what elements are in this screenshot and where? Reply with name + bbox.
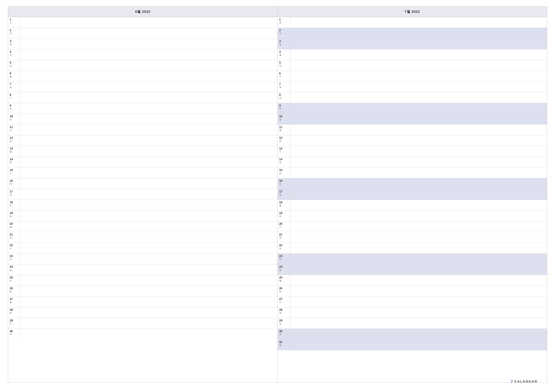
day-number-col: 2토 xyxy=(278,28,290,38)
day-number-col: 26화 xyxy=(278,286,290,296)
day-label: 토 xyxy=(10,54,12,56)
day-label: 일 xyxy=(279,344,281,347)
day-num: 16 xyxy=(279,179,282,183)
day-number-col: 17일 xyxy=(278,189,290,200)
day-num: 3 xyxy=(10,40,11,43)
day-row: 2토 xyxy=(278,28,547,39)
day-row: 16토 xyxy=(278,178,547,189)
day-label: 화 xyxy=(10,236,12,239)
day-row: 21목 xyxy=(278,232,547,243)
day-num: 19 xyxy=(10,212,13,215)
day-num: 1 xyxy=(10,18,11,21)
day-number-col: 22금 xyxy=(278,243,290,253)
day-content xyxy=(290,307,547,318)
day-number-col: 16토 xyxy=(278,178,290,189)
day-num: 18 xyxy=(279,201,282,204)
day-label: 월 xyxy=(10,301,12,304)
day-number-col: 29금 xyxy=(278,318,290,329)
day-row: 28목 xyxy=(278,307,547,318)
day-content xyxy=(290,221,547,232)
day-num: 29 xyxy=(10,319,13,322)
day-label: 월 xyxy=(10,150,12,153)
day-label: 화 xyxy=(10,312,12,314)
day-num: 28 xyxy=(10,308,13,312)
day-row: 14화 xyxy=(8,157,278,168)
day-label: 목 xyxy=(10,258,12,261)
day-row: 27월 xyxy=(8,297,278,307)
day-number-col: 4월 xyxy=(278,49,290,60)
day-label: 금 xyxy=(279,322,281,325)
day-content xyxy=(290,329,547,339)
day-label: 수 xyxy=(10,172,12,174)
day-row: 11월 xyxy=(278,125,547,135)
day-row: 19화 xyxy=(278,211,547,221)
day-content xyxy=(290,28,547,38)
day-label: 화 xyxy=(10,86,12,88)
day-number-col: 15금 xyxy=(278,168,290,178)
day-number-col: 28목 xyxy=(278,307,290,318)
days-container-june-2022: 1수2목3금4토5일6월7화8수9목10금11토12일13월14화15수16목1… xyxy=(8,17,278,382)
day-content xyxy=(290,71,547,81)
day-content xyxy=(21,297,278,307)
day-num: 14 xyxy=(10,158,13,161)
day-label: 금 xyxy=(10,269,12,271)
day-row: 18월 xyxy=(278,200,547,211)
day-num: 2 xyxy=(10,29,11,32)
day-number-col: 19화 xyxy=(278,211,290,221)
day-num: 10 xyxy=(279,115,282,118)
day-row: 4월 xyxy=(278,49,547,60)
day-number-col: 4토 xyxy=(8,49,21,60)
day-row: 6수 xyxy=(278,71,547,82)
day-number-col: 23토 xyxy=(278,254,290,264)
day-row: 15금 xyxy=(278,168,547,178)
day-label: 수 xyxy=(10,322,12,325)
day-number-col: 28화 xyxy=(8,307,21,318)
day-number-col: 10일 xyxy=(278,114,290,124)
day-row: 24금 xyxy=(8,264,278,275)
day-number-col: 24금 xyxy=(8,264,21,275)
day-number-col: 21목 xyxy=(278,232,290,243)
day-row: 9목 xyxy=(8,103,278,114)
day-content xyxy=(290,49,547,60)
day-number-col: 12화 xyxy=(278,135,290,146)
day-row: 15수 xyxy=(8,168,278,178)
day-num: 14 xyxy=(279,158,282,161)
day-content xyxy=(21,264,278,275)
day-row: 2목 xyxy=(8,28,278,39)
day-content xyxy=(290,264,547,275)
day-num: 4 xyxy=(10,50,11,54)
day-row: 12화 xyxy=(278,135,547,146)
day-content xyxy=(21,275,278,286)
day-row: 27수 xyxy=(278,297,547,307)
day-number-col: 7목 xyxy=(278,82,290,92)
day-content xyxy=(290,286,547,296)
day-content xyxy=(21,82,278,92)
day-label: 목 xyxy=(10,183,12,185)
day-row: 26일 xyxy=(8,286,278,297)
day-row: 7목 xyxy=(278,82,547,92)
day-content xyxy=(290,92,547,103)
day-content xyxy=(21,211,278,221)
day-content xyxy=(290,178,547,189)
day-content xyxy=(290,82,547,92)
day-content xyxy=(21,254,278,264)
day-number-col: 13월 xyxy=(8,146,21,157)
day-content xyxy=(290,232,547,243)
day-row: 17일 xyxy=(278,189,547,200)
day-number-col: 19일 xyxy=(8,211,21,221)
day-row: 30토 xyxy=(278,329,547,340)
day-label: 화 xyxy=(10,161,12,164)
day-number-col: 21화 xyxy=(8,232,21,243)
day-label: 월 xyxy=(279,204,281,207)
day-row: 12일 xyxy=(8,135,278,146)
day-row: 16목 xyxy=(8,178,278,189)
day-content xyxy=(290,168,547,178)
day-content xyxy=(21,307,278,318)
day-num: 10 xyxy=(10,115,13,118)
day-content xyxy=(21,178,278,189)
day-content xyxy=(290,189,547,200)
day-row: 22수 xyxy=(8,243,278,254)
day-label: 일 xyxy=(10,64,12,67)
day-label: 금 xyxy=(279,97,281,99)
day-label: 목 xyxy=(10,107,12,110)
